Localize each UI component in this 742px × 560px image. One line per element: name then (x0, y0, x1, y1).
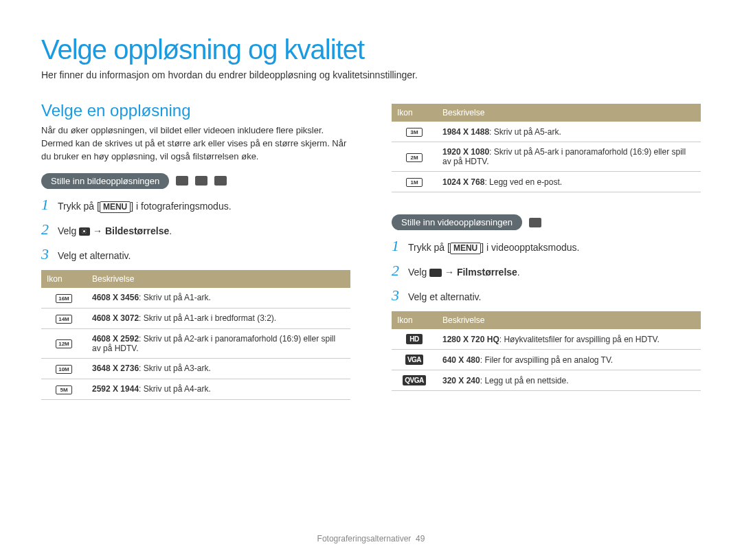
photo-pill: Stille inn bildeoppløsningen (41, 173, 169, 189)
mode-icon-smart (176, 176, 188, 186)
res-desc: 1280 X 720 HQ: Høykvalitetsfiler for avs… (437, 329, 701, 350)
step-text: Velg → Bildestørrelse. (58, 225, 172, 236)
res-rest: : Filer for avspilling på en analog TV. (480, 355, 613, 365)
th-desc: Beskrivelse (437, 311, 701, 329)
res-bold: 1920 X 1080 (442, 147, 489, 157)
th-icon: Ikon (392, 104, 437, 122)
res-icon: 2M (406, 153, 423, 162)
res-bold: 640 X 480 (442, 355, 480, 365)
res-rest: : Skriv ut på A3-ark. (139, 363, 211, 373)
step2-pre: Velg (58, 225, 79, 236)
res-rest: : Skriv ut på A1-ark i bredformat (3:2). (139, 313, 276, 323)
video-step-3: 3 Velg et alternativ. (392, 287, 701, 304)
th-icon: Ikon (392, 311, 437, 329)
table-row: HD 1280 X 720 HQ: Høykvalitetsfiler for … (392, 329, 701, 350)
res-rest: : Legg ved en e-post. (484, 177, 562, 187)
menu-key: MENU (450, 243, 481, 254)
res-bold: 1984 X 1488 (442, 127, 489, 137)
video-pill: Stille inn videooppløsningen (392, 214, 522, 230)
section-heading: Velge en oppløsning (41, 101, 350, 120)
res-bold: 3648 X 2736 (92, 363, 139, 373)
step2-bold: Bildestørrelse (105, 225, 169, 236)
res-bold: 1024 X 768 (442, 177, 484, 187)
video-resolution-table: Ikon Beskrivelse HD 1280 X 720 HQ: Høykv… (392, 311, 701, 391)
step-number: 2 (41, 221, 51, 238)
res-icon: 14M (56, 315, 72, 324)
step-text: Trykk på [MENU] i videoopptaksmodus. (408, 242, 579, 254)
video-step-1: 1 Trykk på [MENU] i videoopptaksmodus. (392, 237, 701, 255)
step1-post: ] i fotograferingsmodus. (131, 201, 231, 212)
res-icon: 12M (56, 339, 72, 348)
res-bold: 2592 X 1944 (92, 384, 139, 394)
footer-section: Fotograferingsalternativer (317, 534, 412, 544)
step2-arrow: → (90, 225, 105, 236)
res-bold: 4608 X 3456 (92, 293, 139, 302)
table-row: 5M 2592 X 1944: Skriv ut på A4-ark. (41, 379, 350, 399)
step-number: 3 (392, 287, 401, 304)
mode-icon-program (195, 176, 207, 186)
res-desc: 320 X 240: Legg ut på en nettside. (437, 370, 701, 391)
step1-pre: Trykk på [ (58, 201, 100, 212)
step-number: 3 (41, 245, 51, 263)
res-desc: 1920 X 1080: Skriv ut på A5-ark i panora… (437, 142, 701, 172)
photo-step-3: 3 Velg et alternativ. (41, 245, 350, 263)
table-row: 14M 4608 X 3072: Skriv ut på A1-ark i br… (41, 308, 350, 328)
page-title: Velge oppløsning og kvalitet (41, 34, 701, 65)
res-icon: HD (406, 334, 423, 344)
section-body: Når du øker oppløsningen, vil bildet ell… (41, 124, 350, 164)
photo-resolution-table: Ikon Beskrivelse 16M 4608 X 3456: Skriv … (41, 270, 350, 400)
photo-pill-row: Stille inn bildeoppløsningen (41, 173, 350, 189)
right-column: Ikon Beskrivelse 3M 1984 X 1488: Skriv u… (392, 101, 701, 400)
res-bold: 4608 X 3072 (92, 313, 139, 323)
table-row: QVGA 320 X 240: Legg ut på en nettside. (392, 370, 701, 391)
page-footer: Fotograferingsalternativer 49 (0, 534, 742, 544)
step-text: Velg et alternativ. (58, 250, 131, 261)
step1-post: ] i videoopptaksmodus. (481, 242, 579, 253)
step-text: Trykk på [MENU] i fotograferingsmodus. (58, 201, 232, 213)
res-icon: 5M (56, 385, 72, 394)
res-icon: 3M (406, 128, 423, 137)
photo-step-1: 1 Trykk på [MENU] i fotograferingsmodus. (41, 196, 350, 214)
res-icon: 16M (56, 294, 72, 303)
table-row: 3M 1984 X 1488: Skriv ut på A5-ark. (392, 122, 701, 142)
res-rest: : Skriv ut på A4-ark. (139, 384, 211, 394)
mode-icon-video (529, 218, 541, 227)
step-number: 1 (392, 237, 401, 255)
res-bold: 1280 X 720 HQ (442, 335, 499, 344)
res-rest: : Skriv ut på A1-ark. (139, 293, 211, 302)
film-icon (429, 269, 442, 277)
step2-arrow: → (442, 267, 457, 278)
res-bold: 320 X 240 (442, 376, 480, 385)
table-row: 12M 4608 X 2592: Skriv ut på A2-ark i pa… (41, 328, 350, 358)
table-row: VGA 640 X 480: Filer for avspilling på e… (392, 350, 701, 370)
step1-pre: Trykk på [ (408, 242, 450, 253)
video-step-2: 2 Velg → Filmstørrelse. (392, 262, 701, 280)
res-icon: QVGA (403, 375, 425, 385)
step-text: Velg → Filmstørrelse. (408, 267, 520, 278)
photo-step-2: 2 Velg → Bildestørrelse. (41, 221, 350, 238)
camera-icon (79, 227, 90, 236)
res-desc: 4608 X 2592: Skriv ut på A2-ark i panora… (87, 328, 350, 358)
res-desc: 3648 X 2736: Skriv ut på A3-ark. (87, 358, 350, 379)
step-number: 1 (41, 196, 51, 214)
res-rest: : Legg ut på en nettside. (480, 376, 569, 385)
res-desc: 1984 X 1488: Skriv ut på A5-ark. (437, 122, 701, 142)
footer-page: 49 (416, 534, 425, 544)
table-row: 10M 3648 X 2736: Skriv ut på A3-ark. (41, 358, 350, 379)
left-column: Velge en oppløsning Når du øker oppløsni… (41, 101, 350, 400)
th-desc: Beskrivelse (437, 104, 701, 122)
res-rest: : Høykvalitetsfiler for avspilling på en… (499, 335, 660, 344)
step2-bold: Filmstørrelse (457, 267, 517, 278)
table-row: 1M 1024 X 768: Legg ved en e-post. (392, 172, 701, 192)
step2-pre: Velg (408, 267, 429, 278)
res-desc: 4608 X 3456: Skriv ut på A1-ark. (87, 288, 350, 309)
res-desc: 1024 X 768: Legg ved en e-post. (437, 172, 701, 192)
mode-icon-scene (214, 176, 227, 186)
res-desc: 640 X 480: Filer for avspilling på en an… (437, 350, 701, 370)
step-text: Velg et alternativ. (408, 291, 481, 302)
res-desc: 4608 X 3072: Skriv ut på A1-ark i bredfo… (87, 308, 350, 328)
res-icon: VGA (405, 355, 423, 365)
step-number: 2 (392, 262, 401, 280)
res-bold: 4608 X 2592 (92, 334, 139, 344)
menu-key: MENU (100, 201, 131, 213)
